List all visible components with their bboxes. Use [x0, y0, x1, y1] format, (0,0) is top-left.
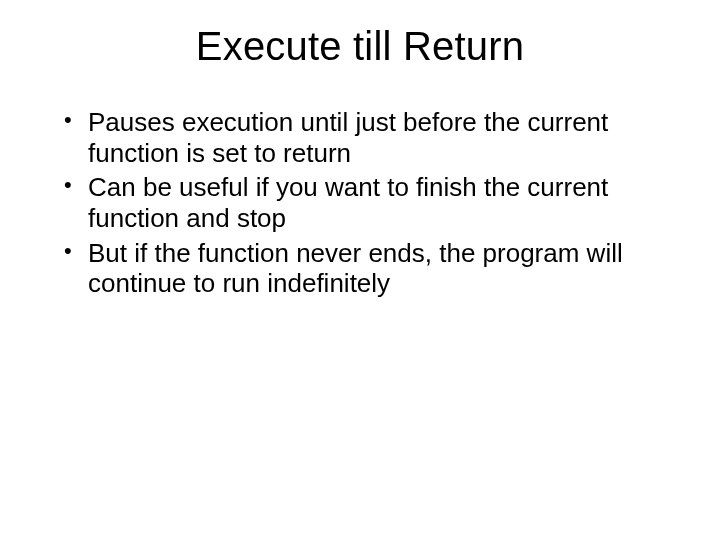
bullet-list: Pauses execution until just before the c… [60, 107, 660, 299]
bullet-item: Can be useful if you want to finish the … [60, 172, 660, 233]
bullet-item: But if the function never ends, the prog… [60, 238, 660, 299]
bullet-item: Pauses execution until just before the c… [60, 107, 660, 168]
slide-title: Execute till Return [60, 24, 660, 69]
slide-container: Execute till Return Pauses execution unt… [0, 0, 720, 540]
